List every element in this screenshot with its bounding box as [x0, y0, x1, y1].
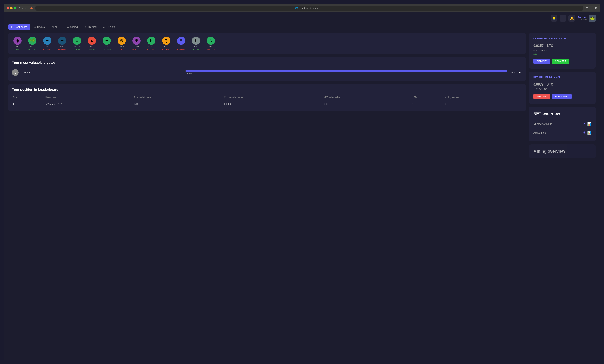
nav-dashboard[interactable]: ⊡ Dashboard: [8, 24, 30, 30]
close-button[interactable]: [7, 7, 9, 9]
ticker-item-neo[interactable]: N NEO -0.01% ↓: [205, 37, 216, 50]
nav-quests[interactable]: ◎ Quests: [100, 24, 118, 30]
col-nfts: NFTs: [411, 95, 444, 100]
nav-arrows: ‹ ›: [25, 7, 28, 10]
ltc-icon: Ł: [12, 69, 19, 76]
right-panel: CRYPTO WALLET BALANCE 0.0357 BTC ~ $2,25…: [529, 33, 596, 158]
active-bids-value: 0: [583, 131, 585, 134]
nft-count-row: Number of NFTs 2 📊: [533, 120, 591, 128]
place-bids-button[interactable]: PLACE BIDS: [552, 94, 572, 99]
user-name: Antonin: [578, 16, 587, 19]
nav-dashboard-label: Dashboard: [14, 25, 27, 28]
ticker-item-kobo[interactable]: K KOBO -0.16% ↓: [146, 37, 157, 50]
nft-wallet-label: NFT WALLET BALANCE: [533, 76, 591, 79]
share-button[interactable]: ⬆: [586, 6, 588, 10]
col-total-wallet: Total wallet value: [133, 95, 223, 100]
app-wrapper: 💡 ⛶ 🔔 Antonin ADMIN 🐸 ⊡ Dashboard ◈ Cryp…: [4, 13, 600, 360]
mining-overview-card: Mining overview: [529, 144, 596, 158]
ltc-label: Litecoin: [22, 71, 182, 74]
ticker-item-xai[interactable]: ✦ XAI +0.15% ↑: [101, 37, 112, 50]
user-info[interactable]: Antonin ADMIN 🐸: [578, 15, 596, 22]
ticker-item-ltc[interactable]: Ł LTC +1.77% ↑: [190, 37, 201, 50]
left-panel: ◈ IMG +4% ↑ 🌿 PPC +0.89% ↑ ✦ XRP -0.76% …: [8, 33, 526, 158]
ticker-item-btc[interactable]: ₿ BTC -0.14% ↓: [161, 37, 172, 50]
avatar: 🐸: [589, 15, 596, 22]
quests-icon: ◎: [103, 25, 105, 28]
total-wallet-cell: 0.12 ₿: [133, 100, 223, 108]
crypto-icon: ◈: [34, 25, 36, 28]
nft-wallet-actions: BUY NFT PLACE BIDS: [533, 94, 591, 99]
active-bids-row: Active bids 0 📊: [533, 128, 591, 137]
back-button[interactable]: ‹: [25, 7, 26, 10]
windows-button[interactable]: ⧉: [595, 6, 597, 10]
nft-wallet-balance: 0.0877 BTC: [533, 80, 591, 87]
nav-quests-label: Quests: [107, 25, 115, 28]
litecoin-row: Ł Litecoin 100.0% 27.43 LTC: [12, 68, 522, 77]
nav-bar: ⊡ Dashboard ◈ Crypto ◻ NFT ▤ Mining ↗ Tr…: [4, 24, 600, 30]
valuable-cryptos-card: Your most valuable cryptos Ł Litecoin 10…: [8, 57, 526, 81]
buy-nft-button[interactable]: BUY NFT: [533, 94, 550, 99]
ticker-item-img[interactable]: ◈ IMG +4% ↑: [12, 37, 23, 50]
leaderboard-title: Your position in Leaderboard: [12, 88, 522, 92]
nfts-cell: 2: [411, 100, 444, 108]
nft-count-chart-icon[interactable]: 📊: [587, 122, 591, 126]
col-mining: Mining servers: [444, 95, 522, 100]
more-icon: •••: [321, 7, 324, 10]
minimize-button[interactable]: [10, 7, 13, 9]
nav-crypto-label: Crypto: [37, 25, 45, 28]
ticker-item-ppc[interactable]: 🌿 PPC +0.89% ↑: [27, 37, 38, 50]
sidebar-toggle[interactable]: ⊟⌄: [18, 7, 23, 10]
up-arrow-icon: ↑: [537, 53, 539, 56]
ltc-value: 27.43 LTC: [510, 71, 522, 74]
ltc-progress-fill: [185, 70, 507, 72]
nft-overview-title: NFT overview: [533, 111, 591, 116]
dashboard-icon: ⊡: [11, 25, 13, 28]
notifications-button[interactable]: 🔔: [568, 15, 575, 22]
address-bar[interactable]: 🌐 crypto-platform.fr •••: [35, 6, 584, 11]
ticker-item-bat[interactable]: ▲ BAT +0.42% ↑: [86, 37, 98, 50]
crypto-currency: BTC: [546, 44, 553, 48]
crypto-ticker: ◈ IMG +4% ↑ 🌿 PPC +0.89% ↑ ✦ XRP -0.76% …: [12, 37, 522, 50]
ticker-item-xpm[interactable]: Ψ XPM -0.16% ↓: [131, 37, 142, 50]
crypto-wallet-actions: DEPOSIT CONVERT: [533, 59, 591, 64]
nav-nft[interactable]: ◻ NFT: [49, 24, 63, 30]
nft-wallet-cell: 0.09 ₿: [323, 100, 411, 108]
theme-toggle-button[interactable]: 💡: [551, 15, 557, 22]
nft-overview-card: NFT overview Number of NFTs 2 📊 Active b…: [529, 107, 596, 141]
browser-logo-icon: ◈: [30, 6, 33, 10]
ticker-item-xrp[interactable]: ✦ XRP -0.76% ↓: [42, 37, 53, 50]
col-nft-wallet: NFT wallet value: [323, 95, 411, 100]
nft-icon: ◻: [51, 25, 54, 28]
ticker-item-eth[interactable]: Ξ ETH -0.34% ↓: [176, 37, 187, 50]
nft-currency: BTC: [546, 83, 553, 86]
crypto-wallet-label: CRYPTO WALLET BALANCE: [533, 37, 591, 40]
mining-overview-title: Mining overview: [533, 149, 591, 154]
deposit-button[interactable]: DEPOSIT: [533, 59, 550, 64]
nft-wallet-card: NFT WALLET BALANCE 0.0877 BTC ~ $5,534.0…: [529, 72, 596, 104]
crypto-wallet-balance: 0.0357 BTC: [533, 41, 591, 48]
main-content: ◈ IMG +4% ↑ 🌿 PPC +0.89% ↑ ✦ XRP -0.76% …: [4, 33, 600, 158]
new-tab-button[interactable]: +: [591, 6, 593, 10]
active-bids-chart-icon[interactable]: 📊: [587, 131, 591, 135]
ticker-item-ada[interactable]: ✦ ADA -1.36% ↓: [57, 37, 68, 50]
crypto-wallet-card: CRYPTO WALLET BALANCE 0.0357 BTC ~ $2,25…: [529, 33, 596, 69]
ticker-item-doge[interactable]: Ð DOGE -1.82% ↓: [116, 37, 127, 50]
ticker-item-steem[interactable]: ≡ STEEM +0.32% ↑: [71, 37, 83, 50]
mining-icon: ▤: [67, 25, 69, 28]
nav-crypto[interactable]: ◈ Crypto: [31, 24, 48, 30]
nav-mining[interactable]: ▤ Mining: [63, 24, 81, 30]
nft-count-value: 2: [583, 122, 585, 126]
nav-nft-label: NFT: [55, 25, 60, 28]
fullscreen-button[interactable]: ⛶: [560, 15, 566, 22]
col-crypto-wallet: Crypto wallet value: [223, 95, 323, 100]
nav-trading[interactable]: ↗ Trading: [81, 24, 100, 30]
maximize-button[interactable]: [14, 7, 16, 9]
convert-button[interactable]: CONVERT: [552, 59, 569, 64]
traffic-lights: [7, 7, 16, 9]
crypto-ticker-card: ◈ IMG +4% ↑ 🌿 PPC +0.89% ↑ ✦ XRP -0.76% …: [8, 33, 526, 54]
forward-button[interactable]: ›: [27, 7, 28, 10]
nav-mining-label: Mining: [70, 25, 78, 28]
leaderboard-card: Your position in Leaderboard Rank Userna…: [8, 84, 526, 111]
ltc-progress-wrap: 100.0%: [185, 70, 507, 75]
browser-titlebar: ⊟⌄ ‹ › ◈ 🌐 crypto-platform.fr ••• ⬆ + ⧉: [7, 6, 597, 13]
